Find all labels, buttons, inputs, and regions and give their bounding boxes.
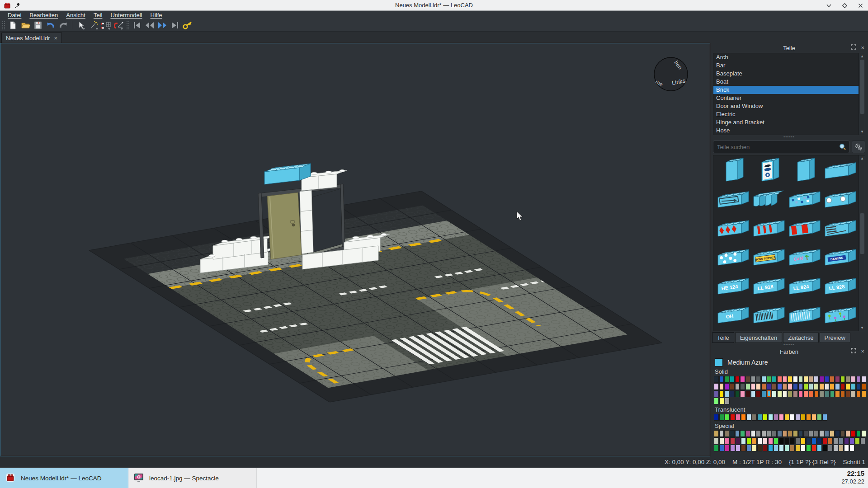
model-viewport-3d[interactable]: Links me ben — [0, 43, 710, 456]
color-swatch[interactable] — [714, 376, 719, 383]
color-swatch[interactable] — [763, 414, 768, 421]
color-swatch[interactable] — [861, 390, 866, 397]
color-swatch[interactable] — [814, 430, 819, 437]
color-swatch[interactable] — [860, 437, 865, 444]
color-swatch[interactable] — [735, 376, 740, 383]
color-swatch[interactable] — [730, 445, 735, 451]
color-swatch[interactable] — [845, 430, 850, 437]
color-swatch[interactable] — [861, 430, 866, 437]
float-panel-icon[interactable] — [851, 44, 856, 51]
color-swatch[interactable] — [745, 430, 750, 437]
color-swatch[interactable] — [790, 445, 795, 451]
color-swatch[interactable] — [725, 398, 730, 404]
color-swatch[interactable] — [761, 376, 766, 383]
dock-tab-zeitachse[interactable]: Zeitachse — [783, 332, 818, 343]
color-swatch[interactable] — [825, 376, 830, 383]
color-swatch[interactable] — [725, 437, 730, 444]
color-swatch[interactable] — [777, 383, 782, 390]
palisade-brick-1x4-log[interactable] — [750, 185, 786, 214]
color-swatch[interactable] — [768, 414, 773, 421]
color-swatch[interactable] — [752, 414, 757, 421]
color-swatch[interactable] — [714, 445, 719, 451]
category-container[interactable]: Container — [713, 94, 865, 102]
color-swatch[interactable] — [757, 437, 762, 444]
color-swatch[interactable] — [719, 376, 724, 383]
brick-1x4-red-stripes-print[interactable] — [750, 214, 786, 243]
color-swatch[interactable] — [788, 383, 793, 390]
color-swatch[interactable] — [767, 390, 772, 397]
color-swatch[interactable] — [761, 390, 766, 397]
color-swatch[interactable] — [788, 390, 793, 397]
scroll-down-icon[interactable]: ▼ — [859, 325, 865, 331]
wand-button[interactable] — [87, 20, 100, 31]
color-swatch[interactable] — [856, 430, 861, 437]
color-swatch[interactable] — [830, 376, 835, 383]
color-swatch[interactable] — [835, 390, 840, 397]
color-swatch[interactable] — [835, 383, 840, 390]
color-swatch[interactable] — [724, 383, 729, 390]
scroll-down-icon[interactable]: ▼ — [859, 129, 865, 135]
color-swatch[interactable] — [772, 390, 777, 397]
color-swatch[interactable] — [803, 390, 808, 397]
color-swatch[interactable] — [809, 376, 814, 383]
color-swatch[interactable] — [830, 390, 835, 397]
brick-1x4-white-circles-print[interactable] — [821, 185, 857, 214]
brick-1x4-red-diamonds-print[interactable] — [714, 214, 750, 243]
color-swatch[interactable] — [741, 414, 746, 421]
color-swatch[interactable] — [835, 430, 840, 437]
color-swatch[interactable] — [822, 414, 827, 421]
color-swatch[interactable] — [714, 398, 719, 404]
color-swatch[interactable] — [746, 414, 751, 421]
color-swatch[interactable] — [730, 390, 735, 397]
color-swatch[interactable] — [793, 383, 798, 390]
color-swatch[interactable] — [809, 430, 814, 437]
color-swatch[interactable] — [845, 376, 850, 383]
color-swatch[interactable] — [719, 414, 724, 421]
color-swatch[interactable] — [856, 383, 861, 390]
color-swatch[interactable] — [819, 430, 824, 437]
color-swatch[interactable] — [801, 445, 806, 451]
color-swatch[interactable] — [844, 445, 849, 451]
color-swatch[interactable] — [814, 383, 819, 390]
color-swatch[interactable] — [757, 414, 762, 421]
color-swatch[interactable] — [752, 437, 757, 444]
color-swatch[interactable] — [803, 376, 808, 383]
color-swatch[interactable] — [790, 437, 795, 444]
color-swatch[interactable] — [736, 414, 741, 421]
brick-1x4-danone-print[interactable]: DANONE — [821, 243, 857, 272]
taskbar-clock[interactable]: 22:15 27.02.22 — [841, 468, 868, 488]
color-swatch[interactable] — [740, 430, 745, 437]
undo-button[interactable] — [44, 20, 57, 31]
color-swatch[interactable] — [851, 430, 856, 437]
color-swatch[interactable] — [784, 437, 789, 444]
color-swatch[interactable] — [745, 390, 750, 397]
color-swatch[interactable] — [840, 376, 845, 383]
taskbar-task-spectacle[interactable]: leocad-1.jpg — Spectacle — [128, 468, 257, 488]
close-panel-icon[interactable]: × — [861, 44, 864, 51]
color-swatch[interactable] — [724, 430, 729, 437]
color-swatch[interactable] — [814, 390, 819, 397]
color-swatch[interactable] — [845, 383, 850, 390]
color-swatch[interactable] — [795, 437, 800, 444]
brick-1x4-wide-red-stripes-print[interactable] — [786, 214, 821, 243]
color-swatch[interactable] — [751, 430, 756, 437]
color-swatch[interactable] — [839, 445, 844, 451]
menu-datei[interactable]: Datei — [4, 12, 25, 19]
color-swatch[interactable] — [777, 430, 782, 437]
color-swatch[interactable] — [833, 445, 838, 451]
toolbar-drag-handle[interactable] — [126, 21, 130, 30]
color-swatch[interactable] — [779, 414, 784, 421]
category-electric[interactable]: Electric — [713, 110, 865, 118]
brick-1x4-pixel-camouflage-print[interactable] — [786, 185, 821, 214]
step-last-button[interactable] — [169, 20, 181, 31]
color-swatch[interactable] — [806, 437, 811, 444]
color-swatch[interactable] — [851, 390, 856, 397]
brick-1x4-ll-924-print[interactable]: LL 924 — [786, 272, 821, 301]
color-swatch[interactable] — [830, 430, 835, 437]
color-swatch[interactable] — [819, 376, 824, 383]
category-boat[interactable]: Boat — [713, 78, 865, 86]
color-swatch[interactable] — [714, 390, 719, 397]
dock-tab-teile[interactable]: Teile — [712, 332, 734, 343]
menu-ansicht[interactable]: Ansicht — [62, 12, 90, 19]
brick-1x4-pinstripes-print[interactable] — [786, 301, 821, 330]
